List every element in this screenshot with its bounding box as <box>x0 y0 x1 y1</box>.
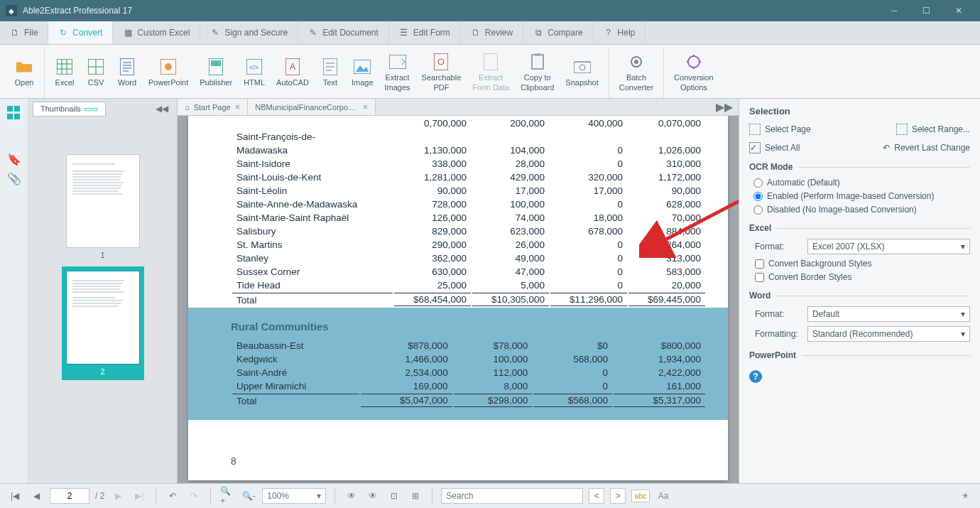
ocr-auto-radio[interactable]: Automatic (Default) <box>753 178 970 188</box>
rib-extract-images[interactable]: Extract Images <box>379 48 416 98</box>
edit-icon: ✎ <box>308 28 318 38</box>
right-panel: Selection Select Page Select Range... ✓S… <box>739 99 980 483</box>
menu-custom-excel[interactable]: ▦Custom Excel <box>113 21 200 44</box>
menu-file[interactable]: 🗋File <box>0 21 48 44</box>
rib-searchable-pdf[interactable]: Searchable PDF <box>416 48 467 98</box>
page-input[interactable] <box>50 488 89 504</box>
case-toggle[interactable]: Aa <box>655 488 671 504</box>
thumbnail-1[interactable]: 1 <box>66 154 140 259</box>
svg-point-36 <box>634 60 638 64</box>
prev-page-button[interactable]: ◀ <box>28 488 44 504</box>
collapse-panel-button[interactable]: ◀◀ <box>151 102 173 115</box>
svg-point-14 <box>165 63 172 70</box>
ribbon: Open Excel CSV Word PowerPoint Publisher… <box>0 45 980 99</box>
menu-compare[interactable]: ⧉Compare <box>523 21 593 44</box>
rib-csv[interactable]: CSV <box>80 48 111 98</box>
svg-point-29 <box>438 59 444 65</box>
menu-edit-form[interactable]: ☰Edit Form <box>389 21 461 44</box>
whole-word-toggle[interactable]: abc <box>631 490 650 502</box>
search-prev-button[interactable]: < <box>589 488 604 504</box>
revert-button[interactable]: ↶Revert Last Change <box>883 142 970 153</box>
redo-button[interactable]: ↷ <box>186 488 202 504</box>
next-page-button[interactable]: ▶ <box>110 488 126 504</box>
last-page-button[interactable]: ▶| <box>131 488 147 504</box>
svg-text:</>: </> <box>249 64 258 71</box>
ocr-disabled-radio[interactable]: Disabled (No Image-based Conversion) <box>753 205 970 215</box>
text-icon <box>322 58 339 75</box>
rib-word[interactable]: Word <box>111 48 143 98</box>
word-icon <box>119 58 136 75</box>
file-icon: 🗋 <box>10 28 20 38</box>
view-mode-1[interactable]: 👁 <box>344 488 359 504</box>
undo-button[interactable]: ↶ <box>165 488 180 504</box>
help-button[interactable]: ? <box>749 370 762 383</box>
extract-images-icon <box>389 53 406 70</box>
menu-edit-document[interactable]: ✎Edit Document <box>298 21 389 44</box>
rib-batch-converter[interactable]: Batch Converter <box>614 48 659 98</box>
search-next-button[interactable]: > <box>610 488 626 504</box>
select-page-icon <box>749 124 761 135</box>
menu-review[interactable]: 🗋Review <box>461 21 523 44</box>
grid-icon: ▦ <box>123 28 133 38</box>
convert-border-checkbox[interactable]: Convert Border Styles <box>755 272 970 282</box>
rib-snapshot[interactable]: Snapshot <box>560 48 604 98</box>
rib-powerpoint[interactable]: PowerPoint <box>143 48 194 98</box>
revert-icon: ↶ <box>883 143 890 153</box>
rib-excel[interactable]: Excel <box>49 48 80 98</box>
svg-rect-32 <box>535 53 540 56</box>
thumbnails-tab[interactable]: Thumbnails▭▭ <box>33 102 106 117</box>
search-input[interactable] <box>441 488 583 504</box>
rib-open[interactable]: Open <box>9 48 40 98</box>
thumbnails-view-button[interactable] <box>6 104 23 121</box>
minimize-button[interactable]: ─ <box>878 0 910 21</box>
view-mode-4[interactable]: ⊞ <box>408 488 423 504</box>
rib-image[interactable]: Image <box>346 48 379 98</box>
menu-convert[interactable]: ↻Convert <box>48 21 113 44</box>
status-bar: |◀ ◀ / 2 ▶ ▶| ↶ ↷ 🔍+ 🔍- 100%▾ 👁 👁 ⊡ ⊞ < … <box>0 483 980 508</box>
zoom-out-button[interactable]: 🔍- <box>241 488 256 504</box>
close-button[interactable]: ✕ <box>942 0 974 21</box>
attachment-icon[interactable]: 📎 <box>7 172 21 185</box>
first-page-button[interactable]: |◀ <box>7 488 23 504</box>
thumbnail-2[interactable]: 2 <box>62 266 144 380</box>
menu-help[interactable]: ?Help <box>594 21 646 44</box>
rib-text[interactable]: Text <box>315 48 346 98</box>
view-mode-3[interactable]: ⊡ <box>386 488 402 504</box>
zoom-select[interactable]: 100%▾ <box>262 488 326 504</box>
svg-rect-16 <box>211 60 221 66</box>
convert-bg-checkbox[interactable]: Convert Background Styles <box>755 259 970 269</box>
expand-rightpanel-button[interactable]: ▶▶ <box>710 99 739 115</box>
rib-conversion-options[interactable]: Conversion Options <box>668 48 719 98</box>
maximize-button[interactable]: ☐ <box>910 0 942 21</box>
ocr-enabled-radio[interactable]: Enabled (Perform Image-based Conversion) <box>753 191 970 201</box>
svg-point-34 <box>579 65 585 70</box>
excel-format-select[interactable]: Excel 2007 (XLSX)▾ <box>807 239 970 254</box>
rib-html[interactable]: </>HTML <box>238 48 271 98</box>
autocad-icon: A <box>284 58 301 75</box>
close-tab-icon[interactable]: × <box>235 102 241 112</box>
select-all-icon: ✓ <box>749 142 761 153</box>
word-formatting-select[interactable]: Standard (Recommended)▾ <box>807 326 970 342</box>
theme-button[interactable]: ☀ <box>957 488 973 504</box>
zoom-in-button[interactable]: 🔍+ <box>219 488 235 504</box>
word-format-select[interactable]: Default▾ <box>807 306 970 322</box>
svg-rect-8 <box>120 58 134 75</box>
bookmark-icon[interactable]: 🔖 <box>7 153 21 166</box>
select-range-button[interactable]: Select Range... <box>896 124 970 135</box>
rib-publisher[interactable]: Publisher <box>194 48 238 98</box>
folder-icon <box>16 58 33 75</box>
rib-copy-clipboard[interactable]: Copy to Clipboard <box>515 48 560 98</box>
clipboard-icon <box>529 53 546 70</box>
select-all-button[interactable]: ✓Select All <box>749 142 800 153</box>
left-rail: 🔖 📎 <box>0 99 28 483</box>
view-mode-2[interactable]: 👁 <box>365 488 381 504</box>
tab-start-page[interactable]: ⌂Start Page× <box>178 99 248 115</box>
select-page-button[interactable]: Select Page <box>749 124 811 135</box>
rib-autocad[interactable]: AAutoCAD <box>271 48 315 98</box>
menu-sign-secure[interactable]: ✎Sign and Secure <box>200 21 298 44</box>
document-viewport[interactable]: 0,700,000200,000400,0000,070,000Saint-Fr… <box>178 116 739 483</box>
form-icon: ☰ <box>399 28 409 38</box>
close-tab-icon[interactable]: × <box>363 102 369 112</box>
pen-icon: ✎ <box>210 28 220 38</box>
tab-document[interactable]: NBMunicipalFinanceCorporation...× <box>248 99 376 115</box>
